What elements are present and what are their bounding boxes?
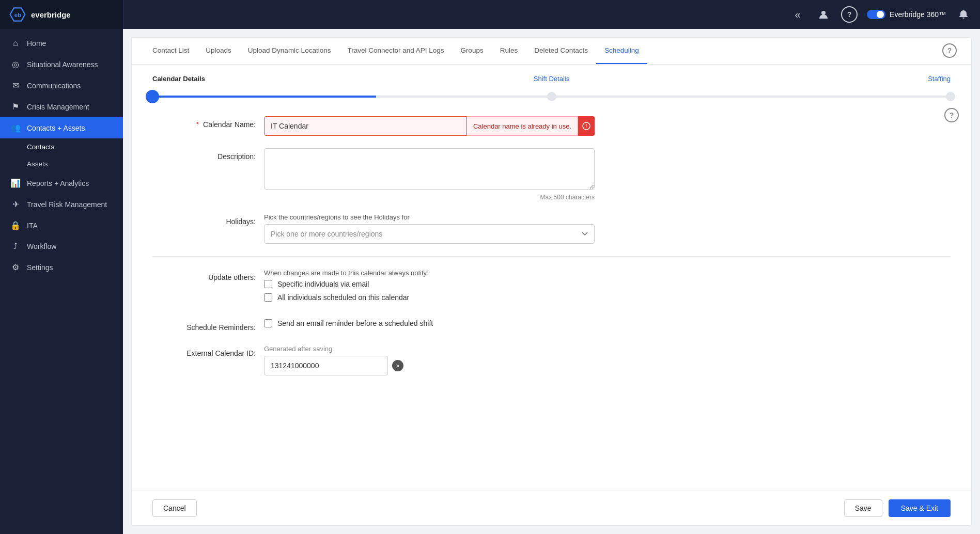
sidebar-nav: ⌂ Home ◎ Situational Awareness ✉ Communi…	[0, 29, 123, 534]
tab-rules[interactable]: Rules	[492, 37, 526, 64]
save-button[interactable]: Save	[844, 499, 882, 517]
sidebar-item-workflow-label: Workflow	[27, 242, 56, 250]
notification-button[interactable]	[955, 6, 972, 23]
schedule-reminders-row: Schedule Reminders: Send an email remind…	[152, 319, 951, 333]
sidebar-item-ita-label: ITA	[27, 222, 38, 230]
check-reminder[interactable]: Send an email reminder before a schedule…	[264, 319, 595, 327]
update-others-hint: When changes are made to this calendar a…	[264, 269, 595, 277]
tab-scheduling[interactable]: Scheduling	[596, 37, 647, 64]
travel-icon: ✈	[10, 199, 21, 209]
form-divider	[152, 256, 951, 257]
svg-text:eb: eb	[14, 11, 22, 18]
ext-calendar-control: Generated after saving ×	[264, 345, 595, 375]
topbar: « ? Everbridge 360™	[123, 0, 980, 29]
check-reminder-label: Send an email reminder before a schedule…	[277, 319, 433, 327]
wizard-step2-label[interactable]: Shift Details	[534, 75, 569, 83]
sidebar-item-home[interactable]: ⌂ Home	[0, 33, 123, 54]
svg-point-2	[821, 11, 826, 15]
holidays-select[interactable]: Pick one or more countries/regions	[264, 224, 595, 244]
crisis-icon: ⚑	[10, 102, 21, 112]
sidebar-item-situational-label: Situational Awareness	[27, 60, 98, 69]
calendar-name-error-row: Calendar name is already in use. !	[264, 116, 595, 136]
sidebar-item-workflow[interactable]: ⤴ Workflow	[0, 236, 123, 257]
ext-calendar-hint: Generated after saving	[264, 345, 595, 353]
sidebar-item-contacts-label: Contacts + Assets	[27, 124, 85, 132]
everbridge-360-label: Everbridge 360™	[890, 10, 946, 19]
wizard-track-fill	[152, 96, 376, 98]
sidebar-item-situational-awareness[interactable]: ◎ Situational Awareness	[0, 54, 123, 75]
toggle-switch[interactable]	[867, 10, 885, 19]
calendar-name-error-icon[interactable]: !	[578, 116, 595, 136]
sidebar-item-settings[interactable]: ⚙ Settings	[0, 257, 123, 278]
check-reminder-checkbox[interactable]	[264, 319, 272, 327]
user-profile-button[interactable]	[815, 6, 832, 23]
holidays-control: Pick the countries/regions to see the Ho…	[264, 213, 595, 244]
calendar-name-control: Calendar name is already in use. !	[264, 116, 595, 136]
tab-travel-connector[interactable]: Travel Connector and API Logs	[339, 37, 452, 64]
holidays-row: Holidays: Pick the countries/regions to …	[152, 213, 951, 244]
settings-icon: ⚙	[10, 262, 21, 272]
logo-text: everbridge	[31, 10, 71, 19]
tab-uploads[interactable]: Uploads	[197, 37, 240, 64]
required-asterisk: *	[196, 120, 199, 129]
wizard-dot-3	[946, 92, 955, 101]
sidebar-item-comms-label: Communications	[27, 82, 81, 90]
description-textarea[interactable]	[264, 148, 595, 190]
update-others-row: Update others: When changes are made to …	[152, 269, 951, 307]
save-exit-button[interactable]: Save & Exit	[889, 499, 951, 517]
description-control: Max 500 characters	[264, 148, 595, 201]
ext-calendar-clear-button[interactable]: ×	[392, 360, 403, 371]
schedule-reminders-control: Send an email reminder before a schedule…	[264, 319, 595, 333]
svg-text:!: !	[586, 123, 587, 129]
wizard-container: Calendar Details Shift Details Staffing	[132, 65, 971, 108]
help-button[interactable]: ?	[841, 6, 858, 23]
contacts-sub-label: Contacts	[27, 143, 54, 151]
holidays-label: Holidays:	[152, 213, 256, 226]
sidebar-item-reports[interactable]: 📊 Reports + Analytics	[0, 172, 123, 194]
wizard-dot-1	[146, 90, 159, 103]
cancel-button[interactable]: Cancel	[152, 499, 197, 517]
content-card: Contact List Uploads Upload Dynamic Loca…	[131, 37, 972, 526]
sidebar-item-ita[interactable]: 🔒 ITA	[0, 215, 123, 236]
ext-calendar-id-wrap: ×	[264, 356, 595, 375]
sidebar-item-travel-label: Travel Risk Management	[27, 200, 107, 209]
comms-icon: ✉	[10, 81, 21, 90]
description-label: Description:	[152, 148, 256, 161]
calendar-name-row: * Calendar Name: Calendar name is alread…	[152, 116, 951, 136]
ita-icon: 🔒	[10, 221, 21, 230]
main-area: « ? Everbridge 360™ Contact List Uploads…	[123, 0, 980, 534]
calendar-name-input[interactable]	[264, 116, 467, 136]
form-help-icon[interactable]: ?	[944, 108, 959, 122]
home-icon: ⌂	[10, 39, 21, 48]
update-others-control: When changes are made to this calendar a…	[264, 269, 595, 307]
calendar-name-label: * Calendar Name:	[152, 116, 256, 129]
tab-contact-list[interactable]: Contact List	[144, 37, 197, 64]
tab-groups[interactable]: Groups	[453, 37, 492, 64]
sidebar-item-assets[interactable]: Assets	[0, 155, 123, 172]
tab-upload-dynamic[interactable]: Upload Dynamic Locations	[240, 37, 339, 64]
ext-calendar-id-input[interactable]	[264, 356, 388, 375]
help-circle-icon[interactable]: ?	[942, 43, 957, 58]
logo-area: eb everbridge	[0, 0, 123, 29]
footer-right-buttons: Save Save & Exit	[844, 499, 951, 517]
sidebar-item-crisis-management[interactable]: ⚑ Crisis Management	[0, 96, 123, 117]
wizard-step1-label: Calendar Details	[152, 75, 205, 83]
wizard-track-row	[152, 89, 951, 104]
everbridge-360-toggle[interactable]: Everbridge 360™	[867, 10, 946, 19]
form-help-button[interactable]: ?	[944, 108, 959, 122]
wizard-step3-label[interactable]: Staffing	[928, 75, 951, 83]
check-all-checkbox[interactable]	[264, 293, 272, 302]
back-button[interactable]: «	[789, 6, 806, 23]
tab-deleted-contacts[interactable]: Deleted Contacts	[526, 37, 596, 64]
sidebar-item-contacts[interactable]: Contacts	[0, 138, 123, 155]
tab-help-icon[interactable]: ?	[940, 37, 959, 64]
check-specific-checkbox[interactable]	[264, 280, 272, 288]
check-all-individuals[interactable]: All individuals scheduled on this calend…	[264, 293, 595, 302]
sidebar-item-contacts-assets[interactable]: 👥 Contacts + Assets	[0, 117, 123, 138]
sidebar-item-travel-risk[interactable]: ✈ Travel Risk Management	[0, 194, 123, 215]
char-limit-text: Max 500 characters	[264, 194, 595, 201]
contacts-icon: 👥	[10, 123, 21, 133]
sidebar-item-home-label: Home	[27, 39, 46, 48]
sidebar-item-communications[interactable]: ✉ Communications	[0, 75, 123, 96]
check-specific-individuals[interactable]: Specific individuals via email	[264, 280, 595, 288]
